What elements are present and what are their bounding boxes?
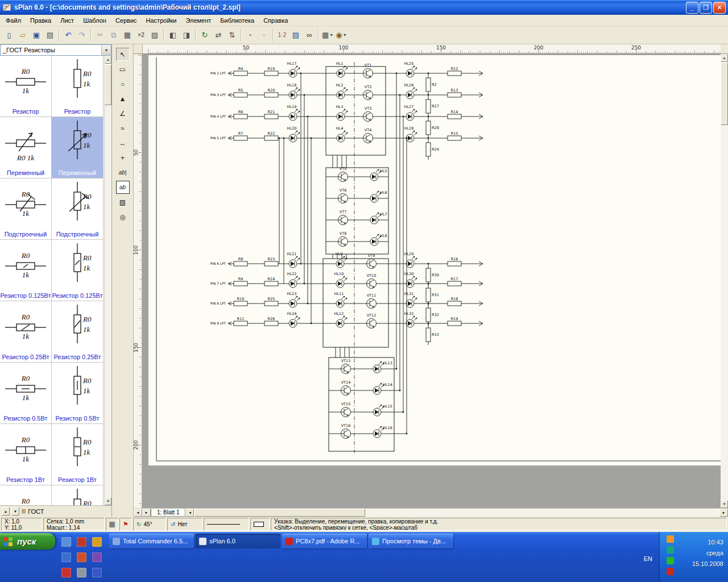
menu-item-Элемент[interactable]: Элемент (181, 16, 216, 25)
cut-icon[interactable]: ✂ (93, 28, 107, 42)
print-icon[interactable]: ▤ (43, 28, 57, 42)
dropdown-arrow-icon[interactable]: ▼ (343, 33, 347, 37)
scroll-down-icon[interactable]: ▼ (105, 497, 111, 505)
lock-icon[interactable]: ▪ (243, 28, 257, 42)
sheet-tab[interactable]: 1: Blatt 1 (151, 509, 185, 517)
scale-x2-icon[interactable]: ×2 (134, 28, 148, 42)
task-button-total-commander-6-5-[interactable]: Total Commander 6.5... (109, 534, 194, 548)
task-button-splan-6-0[interactable]: sPlan 6.0 (196, 534, 280, 548)
line-style-panel[interactable] (204, 518, 249, 531)
renumber-icon[interactable]: 1·2 (275, 28, 289, 42)
menu-item-Шаблон[interactable]: Шаблон (78, 16, 111, 25)
quick-launch-icon-6[interactable] (92, 552, 102, 562)
redo-icon[interactable]: ↷ (75, 28, 89, 42)
library-scrollbar[interactable]: ▲ ▼ (104, 56, 111, 505)
tray-icon-2[interactable] (667, 546, 674, 554)
rotate-icon[interactable]: ↻ (198, 28, 212, 42)
dropdown-arrow-icon[interactable]: ▼ (329, 33, 333, 37)
mirror-h-icon[interactable]: ⇄ (212, 28, 225, 42)
close-button[interactable]: ✕ (713, 2, 726, 14)
library-item-переменный-3[interactable]: R01kПеременный (52, 117, 104, 178)
grid-icon[interactable]: ▦▼ (321, 28, 334, 42)
sheet-next-icon[interactable]: ► (142, 509, 151, 517)
restore-button[interactable]: ❐ (700, 2, 712, 14)
tool-select[interactable]: ↖ (116, 48, 130, 61)
vertical-scrollbar[interactable]: ▲ ▼ (721, 54, 728, 508)
library-prev-icon[interactable]: ▲ (2, 507, 10, 516)
quick-launch-icon-9[interactable] (92, 568, 102, 577)
tray-icon-3[interactable] (667, 557, 674, 564)
menu-item-Правка[interactable]: Правка (26, 16, 56, 25)
tool-image[interactable]: ▨ (116, 196, 130, 209)
paste-icon[interactable]: ▦ (121, 28, 134, 42)
tool-rectangle[interactable]: ▭ (116, 63, 130, 76)
schematic-drawing[interactable]: PIN 2 LPTR4R19HL17HL1VT1HL25R2R12PIN 3 L… (143, 54, 721, 508)
v-scroll-track[interactable] (721, 62, 728, 500)
new-icon[interactable]: ▯ (2, 28, 16, 42)
task-button-просмотр-темы-дв-[interactable]: Просмотр темы - Дв... (369, 534, 453, 548)
menu-item-Настройки[interactable]: Настройки (142, 16, 181, 25)
library-item-blank-15[interactable]: R01k (52, 485, 104, 505)
schematic-canvas[interactable]: PIN 2 LPTR4R19HL17HL1VT1HL25R2R12PIN 3 L… (143, 54, 721, 508)
find-icon[interactable]: ∞ (303, 28, 316, 42)
tool-label[interactable]: ab (116, 181, 130, 194)
quick-launch-icon-4[interactable] (61, 552, 71, 562)
tool-ellipse[interactable]: ○ (116, 77, 130, 90)
scroll-left-icon[interactable]: ◄ (185, 509, 194, 517)
library-item-подстроечный-4[interactable]: R01kПодстроечный (0, 178, 52, 240)
library-item-резистор-1[interactable]: R01kРезистор (52, 56, 104, 117)
horizontal-scrollbar[interactable]: ◄ ► (185, 509, 728, 517)
library-item-резистор-0[interactable]: R01kРезистор (0, 56, 52, 117)
tool-bezier[interactable]: ≈ (116, 122, 130, 135)
rotation-panel[interactable]: ↺Нет (167, 518, 202, 531)
tool-polyline[interactable]: ∠ (116, 107, 130, 120)
library-item-подстроечный-5[interactable]: R01kПодстроечный (52, 178, 104, 240)
library-item-резистор-0-125вт-6[interactable]: R01kРезистор 0.125Вт (0, 240, 52, 301)
mirror-v-icon[interactable]: ⇅ (225, 28, 239, 42)
quick-launch-icon-5[interactable] (77, 552, 86, 562)
tray-icon-4[interactable] (667, 568, 674, 575)
bring-front-icon[interactable]: ◧ (166, 28, 180, 42)
library-item-резистор-0-125вт-7[interactable]: R01kРезистор 0.125Вт (52, 240, 104, 301)
h-scroll-thumb[interactable] (195, 509, 365, 517)
library-item-резистор-1вт-13[interactable]: R01kРезистор 1Вт (52, 424, 104, 485)
library-item-резистор-1вт-12[interactable]: R01kРезистор 1Вт (0, 424, 52, 485)
stamp-icon[interactable]: ▧ (148, 28, 162, 42)
parts-list-icon[interactable]: ▤ (289, 28, 303, 42)
quick-launch-icon-1[interactable] (61, 537, 71, 547)
library-item-резистор-0-25вт-8[interactable]: R01kРезистор 0.25Вт (0, 301, 52, 363)
sheet-prev-icon[interactable]: ◄ (134, 509, 142, 517)
library-scroll-thumb[interactable] (105, 64, 111, 105)
tray-icon-1[interactable] (667, 535, 674, 543)
open-icon[interactable]: ▱ (16, 28, 30, 42)
quick-launch-icon-8[interactable] (77, 568, 86, 577)
fill-style-panel[interactable] (250, 518, 270, 531)
menu-item-Библиотека[interactable]: Библиотека (216, 16, 259, 25)
task-button-pc8x7-pdf-adobe-r-[interactable]: PC8x7.pdf - Adobe R... (282, 534, 367, 548)
snap-flag-icon[interactable]: ⚑ (119, 518, 132, 531)
library-item-резистор-0-25вт-9[interactable]: R01kРезистор 0.25Вт (52, 301, 104, 363)
dropdown-arrow-icon[interactable]: ▼ (101, 45, 111, 55)
start-button[interactable]: пуск (0, 533, 55, 550)
menu-item-Сервис[interactable]: Сервис (111, 16, 142, 25)
quick-launch-icon-3[interactable] (92, 537, 102, 547)
menu-item-Справка[interactable]: Справка (259, 16, 292, 25)
menu-item-Файл[interactable]: Файл (1, 16, 26, 25)
angle-panel[interactable]: ↻45° (133, 518, 166, 531)
quick-launch-icon-2[interactable] (77, 537, 86, 547)
library-selector[interactable]: _ГОСТ Резисторы ▼ (0, 44, 111, 56)
send-back-icon[interactable]: ◨ (180, 28, 193, 42)
save-icon[interactable]: ▣ (30, 28, 43, 42)
copy-icon[interactable]: ⧉ (107, 28, 121, 42)
undo-icon[interactable]: ↶ (61, 28, 75, 42)
minimize-button[interactable]: _ (686, 2, 698, 14)
menu-item-Лист[interactable]: Лист (56, 16, 78, 25)
tool-text[interactable]: ab| (116, 166, 130, 179)
unlock-icon[interactable]: ▫ (257, 28, 271, 42)
library-scroll-track[interactable] (105, 64, 111, 497)
grid-toggle-icon[interactable]: ▦ (106, 518, 118, 531)
library-item-blank-14[interactable]: R01k (0, 485, 52, 505)
v-scroll-thumb[interactable] (721, 63, 728, 125)
language-indicator[interactable]: EN (641, 555, 655, 563)
scroll-up-icon[interactable]: ▲ (105, 56, 111, 64)
